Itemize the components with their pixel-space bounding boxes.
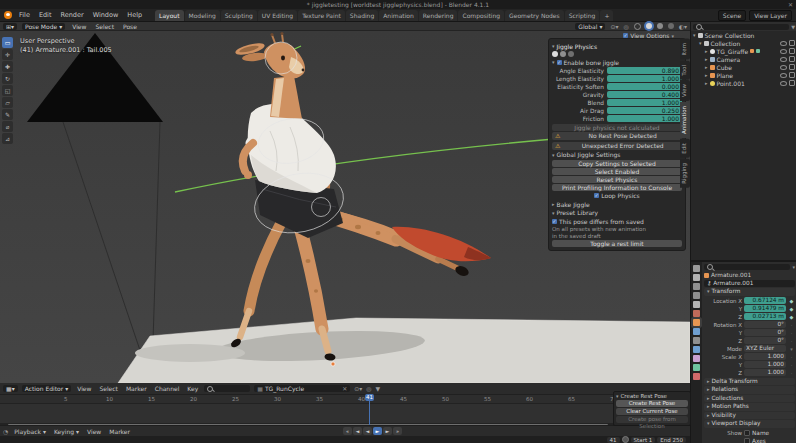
keyframe-icon[interactable]: · xyxy=(788,370,795,376)
keyframe-icon[interactable]: ◆ xyxy=(788,314,795,320)
select-box-tool[interactable]: ▭ xyxy=(2,37,13,48)
bake-jiggle-panel-header[interactable]: Bake Jiggle xyxy=(557,201,590,208)
current-frame-field[interactable]: 41 xyxy=(607,437,620,443)
scene-selector[interactable]: Scene xyxy=(718,10,746,21)
close-icon[interactable]: ✕ xyxy=(788,1,793,8)
keyframe-icon[interactable]: ◆ xyxy=(788,306,795,312)
scale-y-field[interactable]: 1.000 xyxy=(744,361,786,368)
measure-tool[interactable]: ⌀ xyxy=(2,121,13,132)
keyframe-icon[interactable]: · xyxy=(788,338,795,344)
particles-tab-icon[interactable] xyxy=(693,337,700,344)
air-drag-field[interactable]: 0.250 xyxy=(607,107,682,114)
play-reverse-button[interactable]: ◄ xyxy=(363,427,372,435)
disable-render-toggle[interactable] xyxy=(789,40,795,46)
hide-viewport-toggle[interactable] xyxy=(780,81,787,86)
viewport-3d[interactable]: User Perspective (41) Armature.001 : Tai… xyxy=(0,31,690,383)
scale-tool[interactable]: ◱ xyxy=(2,85,13,96)
location-z-field[interactable]: 0.02713 m xyxy=(744,313,786,320)
snap-magnet-icon[interactable]: ⊙▾ xyxy=(610,23,618,30)
scene-jiggle-icon[interactable] xyxy=(552,51,558,57)
global-settings-title[interactable]: Global Jiggle Settings xyxy=(557,151,621,158)
select-enabled-button[interactable]: Select Enabled xyxy=(552,168,682,175)
motion-paths-panel[interactable]: Motion Paths xyxy=(712,403,749,411)
cursor-tool[interactable]: ✛ xyxy=(2,49,13,60)
scale-z-field[interactable]: 1.000 xyxy=(744,369,786,376)
view-layer-tab-icon[interactable] xyxy=(693,292,700,299)
giraffe-character[interactable] xyxy=(229,32,491,361)
mode-dropdown[interactable]: Pose Mode ▾ xyxy=(22,23,65,30)
disable-render-toggle[interactable] xyxy=(789,56,795,62)
sidebar-tab-edit[interactable]: Edit xyxy=(680,139,690,158)
menu-help[interactable]: Help xyxy=(125,11,144,19)
snap-icon[interactable]: ⊙▾ xyxy=(354,385,362,392)
tab-layout[interactable]: Layout xyxy=(155,10,183,21)
shading-solid-icon[interactable] xyxy=(646,23,652,29)
shading-rendered-icon[interactable] xyxy=(668,23,674,29)
play-button[interactable]: ► xyxy=(373,427,382,435)
tab-shading[interactable]: Shading xyxy=(346,10,378,21)
reset-physics-button[interactable]: Reset Physics xyxy=(552,176,682,183)
hide-viewport-toggle[interactable] xyxy=(780,73,787,78)
rest-pose-warning[interactable]: ⚠ No Rest Pose Detected xyxy=(552,132,682,140)
viewport-display-panel[interactable]: Viewport Display xyxy=(712,420,761,428)
sidebar-tab-view[interactable]: View xyxy=(680,80,690,101)
disable-render-toggle[interactable] xyxy=(789,72,795,78)
dope-menu-marker[interactable]: Marker xyxy=(124,385,149,392)
modifiers-tab-icon[interactable] xyxy=(693,328,700,335)
toggle-rest-limit-button[interactable]: Toggle a rest limit xyxy=(552,240,682,247)
rotation-x-field[interactable]: 0° xyxy=(744,321,786,328)
clear-current-pose-button[interactable]: Clear Current Pose xyxy=(616,408,688,415)
properties-options-icon[interactable]: ▾ xyxy=(792,264,795,270)
dope-mode-dropdown[interactable]: Action Editor ▾ xyxy=(22,385,71,392)
dope-menu-select[interactable]: Select xyxy=(97,385,120,392)
rotation-z-field[interactable]: 0° xyxy=(744,337,786,344)
object-name-field[interactable]: ⚷Armature.001 xyxy=(704,280,795,287)
constraints-tab-icon[interactable] xyxy=(693,355,700,362)
outliner-row-plane[interactable]: ▸ Plane xyxy=(691,71,796,79)
dope-menu-channel[interactable]: Channel xyxy=(153,385,182,392)
visibility-panel[interactable]: Visibility xyxy=(712,412,736,420)
output-tab-icon[interactable] xyxy=(693,283,700,290)
timeline-menu-marker[interactable]: Marker xyxy=(107,428,132,435)
dope-filter-search[interactable] xyxy=(204,385,250,392)
extra-tool[interactable]: ⊿ xyxy=(2,133,13,144)
create-pose-from-selection-button[interactable]: Create pose from Selection xyxy=(616,416,688,423)
blender-logo-icon[interactable] xyxy=(4,11,12,19)
tab-animation[interactable]: Animation xyxy=(379,10,418,21)
menu-render[interactable]: Render xyxy=(58,11,85,19)
sidebar-tab-rigging[interactable]: Rigging xyxy=(680,159,690,188)
copy-settings-button[interactable]: Copy Settings to Selected xyxy=(552,160,682,167)
dope-sheet-body[interactable] xyxy=(0,404,690,423)
view-layer-selector[interactable]: View Layer xyxy=(749,10,792,21)
outliner-row-camera[interactable]: ▸ Camera xyxy=(691,55,796,63)
tab-compositing[interactable]: Compositing xyxy=(458,10,504,21)
elasticity-soften-field[interactable]: 0.000 xyxy=(607,83,682,90)
tab-modeling[interactable]: Modeling xyxy=(185,10,220,21)
disable-render-toggle[interactable] xyxy=(789,64,795,70)
proportional-edit-icon[interactable]: ◎ xyxy=(624,23,629,30)
location-x-field[interactable]: 0.67124 m xyxy=(744,297,786,304)
overlays-dropdown-icon[interactable]: ◐▾ xyxy=(679,23,687,30)
viewport-menu-select[interactable]: Select xyxy=(93,23,116,30)
rest-panel-title[interactable]: Create Rest Pose xyxy=(621,393,668,399)
outliner-row-collection[interactable]: ▾ Collection xyxy=(691,39,796,47)
frame-start-field[interactable]: Start 1 xyxy=(631,437,656,443)
dope-menu-key[interactable]: Key xyxy=(185,385,200,392)
keyframe-icon[interactable]: · xyxy=(788,354,795,360)
hide-viewport-toggle[interactable] xyxy=(780,41,787,46)
tab-geometry-nodes[interactable]: Geometry Nodes xyxy=(505,10,564,21)
tool-tab-icon[interactable] xyxy=(693,265,700,272)
jump-to-end-button[interactable]: » xyxy=(393,427,402,435)
jiggle-panel-title[interactable]: Jiggle Physics xyxy=(557,43,598,50)
outliner-search[interactable] xyxy=(693,24,789,30)
blend-field[interactable]: 1.000 xyxy=(607,99,682,106)
bone-jiggle-icon[interactable] xyxy=(568,51,574,57)
scale-x-field[interactable]: 1.000 xyxy=(744,353,786,360)
preset-library-panel-header[interactable]: Preset Library xyxy=(557,209,599,216)
keyframe-icon[interactable]: ◆ xyxy=(788,298,795,304)
outliner-row-scene-collection[interactable]: ▾ Scene Collection xyxy=(691,31,796,39)
location-y-field[interactable]: 0.91479 m xyxy=(744,305,786,312)
prev-keyframe-button[interactable]: ◄ xyxy=(353,427,362,435)
angle-elasticity-field[interactable]: 0.890 xyxy=(607,67,682,74)
filter-icon[interactable]: ▼ xyxy=(376,385,381,392)
